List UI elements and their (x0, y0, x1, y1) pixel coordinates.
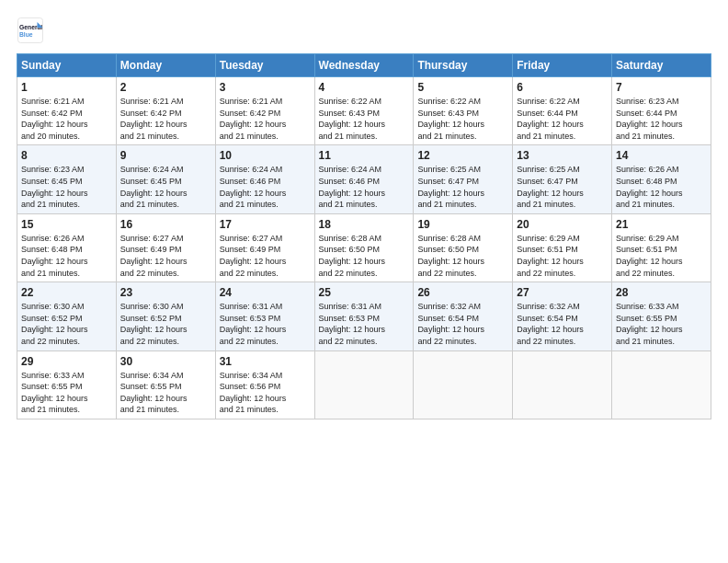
day-detail: Sunrise: 6:27 AMSunset: 6:49 PMDaylight:… (220, 233, 311, 279)
logo: General Blue (17, 17, 48, 44)
week-row-0: 1Sunrise: 6:21 AMSunset: 6:42 PMDaylight… (17, 77, 711, 145)
day-cell: 17Sunrise: 6:27 AMSunset: 6:49 PMDayligh… (215, 213, 314, 282)
day-number: 29 (21, 355, 112, 368)
day-number: 11 (319, 149, 410, 162)
day-number: 30 (120, 355, 211, 368)
day-cell: 21Sunrise: 6:29 AMSunset: 6:51 PMDayligh… (612, 213, 711, 282)
day-number: 19 (417, 218, 508, 231)
day-number: 10 (220, 149, 311, 162)
day-detail: Sunrise: 6:32 AMSunset: 6:54 PMDaylight:… (417, 301, 508, 347)
page: General Blue SundayMondayTuesdayWednesda… (0, 0, 728, 563)
day-cell: 24Sunrise: 6:31 AMSunset: 6:53 PMDayligh… (215, 282, 314, 350)
day-detail: Sunrise: 6:24 AMSunset: 6:46 PMDaylight:… (319, 164, 410, 210)
day-number: 20 (517, 218, 608, 231)
day-cell: 3Sunrise: 6:21 AMSunset: 6:42 PMDaylight… (215, 77, 314, 145)
day-cell: 9Sunrise: 6:24 AMSunset: 6:45 PMDaylight… (116, 145, 215, 213)
logo-icon: General Blue (17, 17, 44, 44)
day-number: 12 (417, 149, 508, 162)
day-detail: Sunrise: 6:22 AMSunset: 6:43 PMDaylight:… (417, 96, 508, 142)
day-detail: Sunrise: 6:28 AMSunset: 6:50 PMDaylight:… (319, 233, 410, 279)
day-detail: Sunrise: 6:22 AMSunset: 6:44 PMDaylight:… (517, 96, 608, 142)
day-number: 3 (220, 81, 311, 94)
day-detail: Sunrise: 6:22 AMSunset: 6:43 PMDaylight:… (319, 96, 410, 142)
day-number: 31 (220, 355, 311, 368)
day-number: 2 (120, 81, 211, 94)
day-cell: 23Sunrise: 6:30 AMSunset: 6:52 PMDayligh… (116, 282, 215, 350)
day-number: 9 (120, 149, 211, 162)
day-detail: Sunrise: 6:21 AMSunset: 6:42 PMDaylight:… (21, 96, 112, 142)
col-header-sunday: Sunday (17, 54, 117, 77)
day-number: 25 (319, 286, 410, 299)
day-detail: Sunrise: 6:29 AMSunset: 6:51 PMDaylight:… (517, 233, 608, 279)
col-header-wednesday: Wednesday (314, 54, 414, 77)
day-cell: 11Sunrise: 6:24 AMSunset: 6:46 PMDayligh… (314, 145, 414, 213)
day-number: 23 (120, 286, 211, 299)
day-detail: Sunrise: 6:32 AMSunset: 6:54 PMDaylight:… (517, 301, 608, 347)
day-detail: Sunrise: 6:23 AMSunset: 6:45 PMDaylight:… (21, 164, 112, 210)
day-cell: 7Sunrise: 6:23 AMSunset: 6:44 PMDaylight… (612, 77, 711, 145)
day-number: 22 (21, 286, 112, 299)
day-number: 8 (21, 149, 112, 162)
day-detail: Sunrise: 6:31 AMSunset: 6:53 PMDaylight:… (319, 301, 410, 347)
day-detail: Sunrise: 6:25 AMSunset: 6:47 PMDaylight:… (417, 164, 508, 210)
day-number: 4 (319, 81, 410, 94)
day-cell: 19Sunrise: 6:28 AMSunset: 6:50 PMDayligh… (414, 213, 513, 282)
day-detail: Sunrise: 6:26 AMSunset: 6:48 PMDaylight:… (21, 233, 112, 279)
col-header-thursday: Thursday (414, 54, 513, 77)
day-cell: 2Sunrise: 6:21 AMSunset: 6:42 PMDaylight… (116, 77, 215, 145)
day-cell: 29Sunrise: 6:33 AMSunset: 6:55 PMDayligh… (17, 350, 117, 419)
header-row: SundayMondayTuesdayWednesdayThursdayFrid… (17, 54, 711, 77)
day-number: 18 (319, 218, 410, 231)
day-number: 24 (220, 286, 311, 299)
day-number: 7 (616, 81, 707, 94)
day-cell: 1Sunrise: 6:21 AMSunset: 6:42 PMDaylight… (17, 77, 117, 145)
day-cell: 26Sunrise: 6:32 AMSunset: 6:54 PMDayligh… (414, 282, 513, 350)
day-detail: Sunrise: 6:25 AMSunset: 6:47 PMDaylight:… (517, 164, 608, 210)
day-number: 27 (517, 286, 608, 299)
day-number: 15 (21, 218, 112, 231)
day-detail: Sunrise: 6:24 AMSunset: 6:45 PMDaylight:… (120, 164, 211, 210)
day-detail: Sunrise: 6:23 AMSunset: 6:44 PMDaylight:… (616, 96, 707, 142)
day-cell: 30Sunrise: 6:34 AMSunset: 6:55 PMDayligh… (116, 350, 215, 419)
day-cell: 28Sunrise: 6:33 AMSunset: 6:55 PMDayligh… (612, 282, 711, 350)
day-cell: 5Sunrise: 6:22 AMSunset: 6:43 PMDaylight… (414, 77, 513, 145)
calendar: SundayMondayTuesdayWednesdayThursdayFrid… (17, 53, 711, 419)
col-header-friday: Friday (513, 54, 612, 77)
col-header-saturday: Saturday (612, 54, 711, 77)
day-cell: 8Sunrise: 6:23 AMSunset: 6:45 PMDaylight… (17, 145, 117, 213)
day-detail: Sunrise: 6:30 AMSunset: 6:52 PMDaylight:… (120, 301, 211, 347)
day-detail: Sunrise: 6:28 AMSunset: 6:50 PMDaylight:… (417, 233, 508, 279)
day-number: 14 (616, 149, 707, 162)
day-detail: Sunrise: 6:33 AMSunset: 6:55 PMDaylight:… (616, 301, 707, 347)
day-detail: Sunrise: 6:26 AMSunset: 6:48 PMDaylight:… (616, 164, 707, 210)
day-cell: 13Sunrise: 6:25 AMSunset: 6:47 PMDayligh… (513, 145, 612, 213)
day-number: 13 (517, 149, 608, 162)
day-number: 26 (417, 286, 508, 299)
day-cell: 6Sunrise: 6:22 AMSunset: 6:44 PMDaylight… (513, 77, 612, 145)
header: General Blue (17, 17, 711, 44)
week-row-4: 29Sunrise: 6:33 AMSunset: 6:55 PMDayligh… (17, 350, 711, 419)
col-header-tuesday: Tuesday (215, 54, 314, 77)
day-cell: 10Sunrise: 6:24 AMSunset: 6:46 PMDayligh… (215, 145, 314, 213)
day-detail: Sunrise: 6:33 AMSunset: 6:55 PMDaylight:… (21, 370, 112, 416)
day-cell: 25Sunrise: 6:31 AMSunset: 6:53 PMDayligh… (314, 282, 414, 350)
day-cell (513, 350, 612, 419)
day-number: 6 (517, 81, 608, 94)
week-row-2: 15Sunrise: 6:26 AMSunset: 6:48 PMDayligh… (17, 213, 711, 282)
day-detail: Sunrise: 6:21 AMSunset: 6:42 PMDaylight:… (120, 96, 211, 142)
week-row-3: 22Sunrise: 6:30 AMSunset: 6:52 PMDayligh… (17, 282, 711, 350)
day-cell: 4Sunrise: 6:22 AMSunset: 6:43 PMDaylight… (314, 77, 414, 145)
day-cell: 18Sunrise: 6:28 AMSunset: 6:50 PMDayligh… (314, 213, 414, 282)
svg-text:Blue: Blue (19, 31, 33, 38)
day-cell: 22Sunrise: 6:30 AMSunset: 6:52 PMDayligh… (17, 282, 117, 350)
col-header-monday: Monday (116, 54, 215, 77)
day-cell (612, 350, 711, 419)
day-detail: Sunrise: 6:34 AMSunset: 6:55 PMDaylight:… (120, 370, 211, 416)
day-detail: Sunrise: 6:27 AMSunset: 6:49 PMDaylight:… (120, 233, 211, 279)
day-cell (314, 350, 414, 419)
week-row-1: 8Sunrise: 6:23 AMSunset: 6:45 PMDaylight… (17, 145, 711, 213)
day-cell: 14Sunrise: 6:26 AMSunset: 6:48 PMDayligh… (612, 145, 711, 213)
day-number: 16 (120, 218, 211, 231)
day-detail: Sunrise: 6:31 AMSunset: 6:53 PMDaylight:… (220, 301, 311, 347)
day-number: 5 (417, 81, 508, 94)
